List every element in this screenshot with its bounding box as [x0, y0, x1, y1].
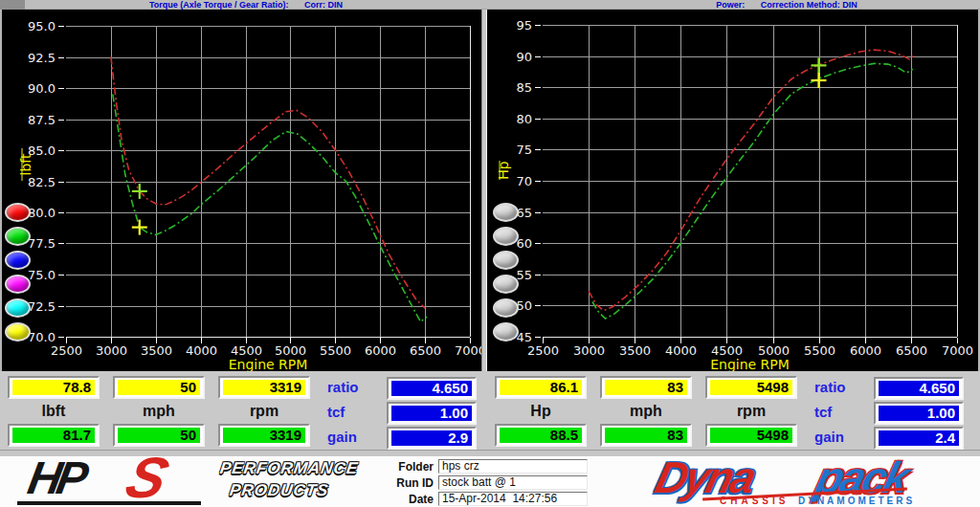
- axis-ticks: [535, 26, 958, 344]
- power-chart-title: Power:: [716, 0, 745, 10]
- run-id-field[interactable]: stock batt @ 1: [438, 475, 588, 490]
- ratio-value: 4.650: [879, 381, 959, 396]
- power-yellow-value: 86.1: [500, 380, 582, 395]
- dynapack-chassis-text: CHASSIS: [720, 496, 789, 506]
- svg-text:6000: 6000: [850, 343, 881, 358]
- svg-text:5500: 5500: [320, 343, 351, 358]
- tcf-value: 1.00: [391, 406, 472, 421]
- ratio-label: ratio: [814, 379, 846, 395]
- speed-unit-label: mph: [600, 403, 692, 420]
- value-box: 4.650: [874, 377, 964, 400]
- svg-text:50: 50: [516, 298, 532, 313]
- cursor-yellow[interactable]: [132, 220, 147, 235]
- svg-text:3000: 3000: [96, 343, 127, 358]
- dynapack-logo: Dyna pack CHASSIS DYNAMOMETERS: [643, 452, 980, 507]
- speed-yellow-value: 83: [605, 380, 687, 395]
- run-button-gray-5[interactable]: [493, 298, 519, 318]
- svg-text:82.5: 82.5: [28, 175, 56, 189]
- svg-text:80: 80: [516, 112, 532, 126]
- svg-text:70: 70: [516, 174, 532, 188]
- rpm-unit-label: rpm: [218, 403, 310, 420]
- rpm-unit-label: rpm: [705, 403, 797, 420]
- tcf-value: 1.00: [879, 406, 959, 421]
- power-unit-label: Hp: [495, 403, 587, 420]
- svg-text:80.0: 80.0: [28, 206, 56, 220]
- y-axis-title: Hp: [496, 161, 511, 180]
- cursor-green[interactable]: [811, 57, 826, 73]
- svg-text:2500: 2500: [527, 343, 559, 358]
- curve-run-red: [589, 50, 913, 311]
- run-button-blue[interactable]: [5, 251, 31, 270]
- speed-green-value: 50: [118, 428, 200, 443]
- run-button-gray-4[interactable]: [493, 275, 519, 294]
- svg-text:6500: 6500: [410, 343, 441, 358]
- svg-text:3000: 3000: [573, 343, 605, 358]
- run-button-cyan[interactable]: [5, 298, 31, 318]
- power-chart-header: Power: Correction Method: DIN: [595, 0, 978, 10]
- svg-text:85: 85: [516, 80, 532, 95]
- svg-text:87.5: 87.5: [28, 113, 56, 127]
- speed-yellow-value: 50: [118, 380, 200, 395]
- run-button-yellow[interactable]: [5, 322, 31, 342]
- value-box: 3319: [218, 424, 310, 447]
- cursor-yellow[interactable]: [811, 73, 826, 88]
- run-button-gray-1[interactable]: [493, 203, 519, 222]
- axis-titles: Engine RPMHp: [496, 161, 790, 371]
- run-button-red[interactable]: [5, 203, 31, 222]
- svg-text:7000: 7000: [455, 343, 481, 358]
- y-axis-title: lbft: [18, 153, 33, 175]
- run-button-gray-3[interactable]: [493, 251, 519, 270]
- title-bar: Torque (Axle Torque / Gear Ratio): Corr:…: [0, 0, 980, 10]
- grid: [543, 25, 958, 338]
- hps-logo-hp: HP: [24, 452, 87, 504]
- svg-text:90: 90: [516, 50, 532, 64]
- value-box: 83: [600, 376, 692, 399]
- torque-unit-label: lbft: [8, 403, 100, 420]
- gain-value: 2.9: [391, 430, 472, 446]
- tcf-label: tcf: [327, 404, 345, 420]
- run-button-magenta[interactable]: [5, 275, 31, 294]
- run-id-label: Run ID: [381, 476, 434, 490]
- hps-products-text: PRODUCTS: [229, 481, 330, 500]
- run-button-gray-6[interactable]: [493, 322, 519, 342]
- power-green-value: 88.5: [500, 428, 582, 443]
- run-button-gray-2[interactable]: [493, 227, 519, 246]
- value-box: 86.1: [495, 376, 587, 399]
- torque-yellow-value: 78.8: [12, 380, 95, 395]
- rpm-green-value: 3319: [223, 428, 305, 443]
- value-box: 5498: [705, 376, 797, 399]
- value-box: 1.00: [387, 402, 477, 425]
- cursor-green[interactable]: [132, 184, 147, 199]
- value-box: 2.9: [387, 427, 477, 450]
- svg-text:2500: 2500: [51, 343, 82, 358]
- svg-text:6000: 6000: [365, 343, 396, 358]
- dynapack-dynamometers-text: DYNAMOMETERS: [798, 496, 915, 506]
- power-chart[interactable]: 9590858075706560555045250030003500400045…: [487, 10, 978, 371]
- value-box: 4.650: [387, 377, 477, 400]
- curve-run-green: [592, 63, 913, 319]
- folder-field[interactable]: hps crz: [438, 459, 588, 474]
- hps-performance-text: PERFORMANCE: [219, 459, 360, 478]
- svg-text:5000: 5000: [758, 343, 790, 358]
- value-box: 5498: [705, 424, 797, 447]
- power-readout-panel: 86.1 83 5498 Hp mph rpm 88.5 83 5498 rat…: [487, 371, 980, 452]
- value-box: 50: [113, 424, 205, 447]
- svg-text:77.5: 77.5: [28, 236, 56, 251]
- axis-titles: Engine RPMlbft: [18, 148, 307, 371]
- tcf-label: tcf: [814, 404, 832, 420]
- torque-chart[interactable]: 95.092.590.087.585.082.580.077.575.072.5…: [2, 10, 481, 371]
- svg-text:90.0: 90.0: [28, 81, 56, 96]
- gain-label: gain: [327, 429, 357, 445]
- ratio-value: 4.650: [391, 381, 472, 396]
- rpm-yellow-value: 3319: [223, 380, 305, 395]
- svg-text:6500: 6500: [896, 343, 927, 358]
- svg-text:92.5: 92.5: [28, 51, 56, 65]
- date-field[interactable]: 15-Apr-2014 14:27:56: [438, 492, 588, 506]
- power-correction-label: Correction Method: DIN: [761, 0, 858, 10]
- value-box: 2.4: [874, 427, 964, 450]
- run-button-green[interactable]: [5, 227, 31, 246]
- svg-text:4500: 4500: [231, 343, 262, 358]
- gain-value: 2.4: [879, 430, 959, 446]
- torque-readout-panel: 78.8 50 3319 lbft mph rpm 81.7 50 3319 r…: [0, 371, 481, 452]
- footer-bar: HP S PERFORMANCE PRODUCTS Folder hps crz…: [0, 457, 980, 507]
